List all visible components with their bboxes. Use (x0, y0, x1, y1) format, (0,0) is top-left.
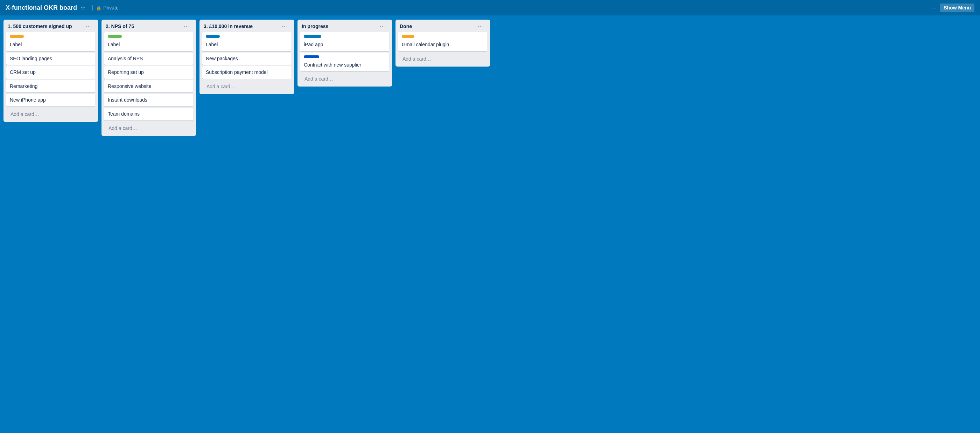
card-text: New iPhone app (10, 97, 92, 104)
card-c7[interactable]: Analysis of NPS (104, 53, 193, 65)
card-label (10, 35, 24, 38)
card-c6[interactable]: Label (104, 32, 193, 51)
card-c5[interactable]: New iPhone app (6, 94, 95, 107)
card-text: Analysis of NPS (108, 55, 190, 62)
card-c4[interactable]: Remarketing (6, 80, 95, 93)
card-label (304, 55, 319, 58)
column-header-col2: 2. NPS of 75··· (102, 20, 196, 32)
card-text: SEO landing pages (10, 55, 92, 62)
privacy-badge: 🔒 Private (96, 5, 119, 11)
column-title: 1. 500 customers signed up (8, 24, 72, 29)
card-c10[interactable]: Instant downloads (104, 94, 193, 107)
column-title: 2. NPS of 75 (106, 24, 134, 29)
card-text: iPad app (304, 42, 386, 48)
cards-list: iPad appContract with new supplier (298, 32, 392, 72)
column-title: In progress (302, 24, 328, 29)
card-text: Remarketing (10, 83, 92, 90)
column-col2: 2. NPS of 75···LabelAnalysis of NPSRepor… (102, 20, 196, 136)
add-card-button[interactable]: Add a card… (398, 54, 487, 64)
card-c8[interactable]: Reporting set up (104, 66, 193, 79)
add-card-button[interactable]: Add a card… (104, 123, 193, 133)
column-menu-button[interactable]: ··· (280, 23, 290, 29)
column-header-col3: 3. £10,000 in revenue··· (199, 20, 294, 32)
card-text: Responsive website (108, 83, 190, 90)
column-menu-button[interactable]: ··· (84, 23, 94, 29)
card-label (206, 35, 220, 38)
column-header-col5: Done··· (396, 20, 490, 32)
card-text: Label (10, 42, 92, 48)
board: 1. 500 customers signed up···LabelSEO la… (0, 15, 980, 140)
cards-list: LabelAnalysis of NPSReporting set upResp… (102, 32, 196, 122)
card-c14[interactable]: Subscription payment model (202, 66, 291, 79)
column-title: Done (400, 24, 412, 29)
card-c3[interactable]: CRM set up (6, 66, 95, 79)
card-label (402, 35, 414, 38)
show-menu-button[interactable]: Show Menu (940, 3, 974, 12)
card-c12[interactable]: Label (202, 32, 291, 51)
card-text: Reporting set up (108, 69, 190, 76)
card-text: Gmail calendar plugin (402, 42, 484, 48)
card-text: Team domains (108, 111, 190, 118)
card-c13[interactable]: New packages (202, 53, 291, 65)
column-col1: 1. 500 customers signed up···LabelSEO la… (3, 20, 98, 122)
header-right: ··· Show Menu (930, 3, 974, 12)
cards-list: LabelSEO landing pagesCRM set upRemarket… (3, 32, 98, 108)
star-icon[interactable]: ☆ (81, 5, 85, 11)
column-header-col4: In progress··· (298, 20, 392, 32)
lock-icon: 🔒 (96, 5, 102, 11)
card-text: Label (206, 42, 288, 48)
cards-list: Gmail calendar plugin (396, 32, 490, 53)
app-header: X-functional OKR board ☆ | 🔒 Private ···… (0, 0, 980, 15)
card-text: Contract with new supplier (304, 62, 386, 69)
card-c2[interactable]: SEO landing pages (6, 53, 95, 65)
header-more-dots[interactable]: ··· (930, 4, 937, 11)
card-c1[interactable]: Label (6, 32, 95, 51)
card-c16[interactable]: Contract with new supplier (300, 53, 389, 72)
card-text: New packages (206, 55, 288, 62)
column-col3: 3. £10,000 in revenue···LabelNew package… (199, 20, 294, 94)
card-text: Label (108, 42, 190, 48)
column-menu-button[interactable]: ··· (379, 23, 388, 29)
column-col5: Done···Gmail calendar pluginAdd a card… (396, 20, 490, 67)
card-text: CRM set up (10, 69, 92, 76)
card-c11[interactable]: Team domains (104, 108, 193, 120)
column-menu-button[interactable]: ··· (476, 23, 486, 29)
card-text: Subscription payment model (206, 69, 288, 76)
card-label (108, 35, 122, 38)
card-c15[interactable]: iPad app (300, 32, 389, 51)
add-card-button[interactable]: Add a card… (202, 81, 291, 91)
column-title: 3. £10,000 in revenue (204, 24, 253, 29)
add-card-button[interactable]: Add a card… (300, 74, 389, 84)
column-col4: In progress···iPad appContract with new … (298, 20, 392, 86)
cards-list: LabelNew packagesSubscription payment mo… (199, 32, 294, 80)
column-header-col1: 1. 500 customers signed up··· (3, 20, 98, 32)
card-c17[interactable]: Gmail calendar plugin (398, 32, 487, 51)
card-text: Instant downloads (108, 97, 190, 104)
card-label (304, 35, 321, 38)
board-title: X-functional OKR board (6, 4, 77, 11)
card-c9[interactable]: Responsive website (104, 80, 193, 93)
add-card-button[interactable]: Add a card… (6, 109, 95, 119)
column-menu-button[interactable]: ··· (182, 23, 192, 29)
